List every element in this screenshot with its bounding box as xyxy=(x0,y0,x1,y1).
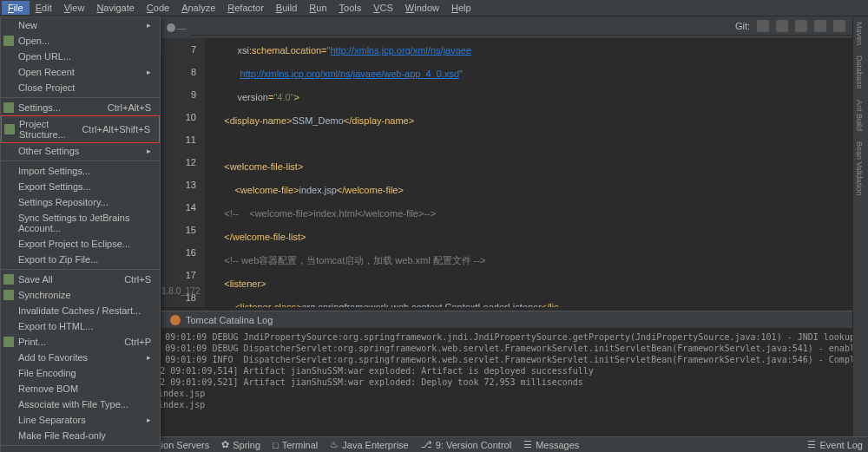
console-tab-bar: Tomcat Catalina Log xyxy=(161,311,852,328)
collapse-icon[interactable]: — xyxy=(177,23,187,33)
status-label: Terminal xyxy=(282,440,319,450)
status-messages[interactable]: ☰Messages xyxy=(523,439,579,450)
menu-analyze[interactable]: Analyze xyxy=(175,1,221,15)
menu-run[interactable]: Run xyxy=(303,1,332,15)
menu-item-export-to-zip-file-[interactable]: Export to Zip File... xyxy=(1,252,160,267)
menu-item-label: Settings... xyxy=(18,102,61,113)
menu-item-file-encoding: File Encoding xyxy=(1,365,160,381)
status-terminal[interactable]: □Terminal xyxy=(273,440,318,450)
menu-item-settings-[interactable]: Settings...Ctrl+Alt+S xyxy=(1,100,160,115)
status-icon: ✿ xyxy=(221,439,229,450)
menubar: FileEditViewNavigateCodeAnalyzeRefactorB… xyxy=(0,0,868,16)
branch-icon[interactable] xyxy=(757,20,769,32)
line-number: 9 xyxy=(161,83,196,106)
menu-item-new[interactable]: New▸ xyxy=(1,17,160,33)
menu-item-open-url-[interactable]: Open URL... xyxy=(1,49,160,64)
shortcut: Ctrl+P xyxy=(124,337,151,347)
line-number: 14 xyxy=(161,196,196,219)
menu-refactor[interactable]: Refactor xyxy=(221,1,270,15)
menu-item-export-project-to-eclipse-[interactable]: Export Project to Eclipse... xyxy=(1,236,160,252)
toolwindow-ant-build[interactable]: Ant Build xyxy=(853,95,865,136)
status--version-control[interactable]: ⎇9: Version Control xyxy=(421,439,511,450)
menu-item-line-separators[interactable]: Line Separators▸ xyxy=(1,412,160,428)
commit-icon[interactable] xyxy=(776,20,788,32)
menu-item-settings-repository-[interactable]: Settings Repository... xyxy=(1,194,160,210)
menu-item-remove-bom: Remove BOM xyxy=(1,381,160,396)
menu-vcs[interactable]: VCS xyxy=(367,1,399,15)
console-output[interactable]: 2019-06-22 09:01:09 DEBUG JndiPropertySo… xyxy=(104,328,852,436)
menu-item-label: Open URL... xyxy=(18,51,71,62)
menu-item-label: Remove BOM xyxy=(18,383,78,394)
menu-item-sync-settings-to-jetbrains-account-[interactable]: Sync Settings to JetBrains Account... xyxy=(1,210,160,236)
line-number: 10 xyxy=(161,106,196,128)
menu-item-power-save-mode[interactable]: Power Save Mode xyxy=(1,448,160,452)
menu-file[interactable]: File xyxy=(2,1,30,15)
menu-item-save-all[interactable]: Save AllCtrl+S xyxy=(1,272,160,287)
menu-item-label: Add to Favorites xyxy=(18,352,88,363)
history-icon[interactable] xyxy=(814,20,826,32)
menu-item-label: Open Recent xyxy=(18,67,75,77)
shortcut: Ctrl+Alt+S xyxy=(108,102,151,113)
menu-item-icon xyxy=(3,337,14,347)
menu-item-project-structure-[interactable]: Project Structure...Ctrl+Alt+Shift+S xyxy=(1,115,160,143)
menu-item-open-recent[interactable]: Open Recent▸ xyxy=(1,64,160,80)
menu-item-synchronize[interactable]: Synchronize xyxy=(1,287,160,303)
console-tab-label[interactable]: Tomcat Catalina Log xyxy=(186,315,273,325)
menu-build[interactable]: Build xyxy=(270,1,303,15)
line-number: 13 xyxy=(161,174,196,196)
shortcut: Ctrl+S xyxy=(124,274,151,285)
line-number: 15 xyxy=(161,219,196,241)
menu-item-label: Invalidate Caches / Restart... xyxy=(18,305,141,316)
menu-item-print-[interactable]: Print...Ctrl+P xyxy=(1,334,160,350)
line-number: 7 xyxy=(161,38,196,61)
file-menu-popup: New▸Open...Open URL...Open Recent▸Close … xyxy=(0,16,161,452)
menu-item-icon xyxy=(3,274,14,285)
menu-item-close-project[interactable]: Close Project xyxy=(1,80,160,95)
line-number: 8 xyxy=(161,61,196,83)
revert-icon[interactable] xyxy=(833,20,845,32)
menu-item-label: Associate with File Type... xyxy=(18,399,128,409)
menu-item-label: Export Settings... xyxy=(18,181,91,192)
status-spring[interactable]: ✿Spring xyxy=(221,439,260,450)
toolwindow-maven[interactable]: Maven xyxy=(853,16,865,50)
menu-item-export-settings-[interactable]: Export Settings... xyxy=(1,179,160,194)
line-number: 16 xyxy=(161,241,196,264)
menu-view[interactable]: View xyxy=(58,1,91,15)
menu-item-label: Make File Read-only xyxy=(18,430,106,441)
jdk-version: 1.8.0_172 xyxy=(161,286,201,296)
menu-edit[interactable]: Edit xyxy=(30,1,58,15)
toolwindow-bean-validation[interactable]: Bean Validation xyxy=(853,136,865,200)
status-label: Messages xyxy=(536,440,579,450)
menu-item-label: Save All xyxy=(18,274,53,285)
menu-item-add-to-favorites[interactable]: Add to Favorites▸ xyxy=(1,350,160,365)
menu-item-label: File Encoding xyxy=(18,368,76,378)
menu-navigate[interactable]: Navigate xyxy=(90,1,140,15)
status-java-enterprise[interactable]: ♨Java Enterprise xyxy=(330,439,408,450)
menu-item-make-file-read-only[interactable]: Make File Read-only xyxy=(1,428,160,443)
menu-item-icon xyxy=(3,290,14,300)
toolwindow-database[interactable]: Database xyxy=(853,50,865,95)
line-number: 12 xyxy=(161,151,196,174)
code-area[interactable]: xsi:schemaLocation="http://xmlns.jcp.org… xyxy=(205,38,852,307)
menu-item-invalidate-caches-restart-[interactable]: Invalidate Caches / Restart... xyxy=(1,303,160,318)
submenu-arrow-icon: ▸ xyxy=(147,353,151,362)
menu-item-other-settings[interactable]: Other Settings▸ xyxy=(1,143,160,159)
menu-item-export-to-html-[interactable]: Export to HTML... xyxy=(1,318,160,334)
tomcat-icon xyxy=(170,315,181,325)
event-log-label: Event Log xyxy=(819,440,863,450)
git-label: Git: xyxy=(735,21,750,31)
menu-item-import-settings-[interactable]: Import Settings... xyxy=(1,163,160,179)
menu-item-icon xyxy=(3,102,14,113)
menu-help[interactable]: Help xyxy=(445,1,477,15)
menu-item-label: Export Project to Eclipse... xyxy=(18,239,130,249)
menu-item-label: Settings Repository... xyxy=(18,197,108,207)
menu-item-label: Export to HTML... xyxy=(18,321,93,331)
menu-item-open-[interactable]: Open... xyxy=(1,33,160,49)
pull-icon[interactable] xyxy=(795,20,807,32)
menu-window[interactable]: Window xyxy=(399,1,445,15)
editor[interactable]: 789101112131415161718 xsi:schemaLocation… xyxy=(161,38,852,307)
event-log[interactable]: ☰Event Log xyxy=(807,439,863,450)
gear-icon[interactable] xyxy=(167,23,175,32)
menu-tools[interactable]: Tools xyxy=(333,1,368,15)
menu-code[interactable]: Code xyxy=(141,1,175,15)
